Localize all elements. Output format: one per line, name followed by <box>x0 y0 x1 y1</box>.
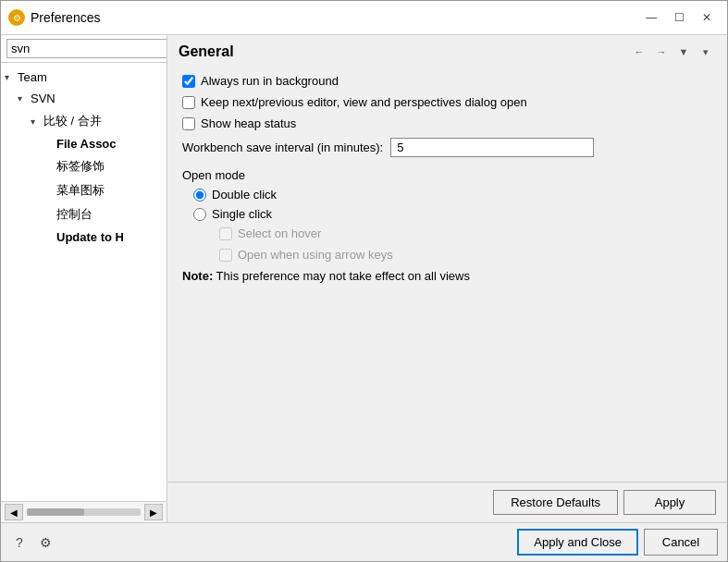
sidebar-item-update[interactable]: Update to H <box>40 226 167 248</box>
sidebar-item-label: 控制台 <box>56 206 93 223</box>
search-input[interactable] <box>6 39 167 58</box>
sidebar-item-team[interactable]: ▾ Team <box>1 67 167 88</box>
sidebar-item-label: SVN <box>31 92 56 105</box>
title-bar: ⚙ Preferences — ☐ ✕ <box>1 1 727 35</box>
sidebar-scroll: ◀ ▶ <box>1 501 167 522</box>
nav-controls: ← → ▼ ▾ <box>629 43 716 61</box>
cancel-button[interactable]: Cancel <box>644 529 718 556</box>
sidebar-item-label: 标签修饰 <box>56 158 105 175</box>
settings-icon[interactable]: ⚙ <box>36 533 55 552</box>
title-bar-left: ⚙ Preferences <box>8 9 100 26</box>
window-title: Preferences <box>31 10 100 25</box>
workbench-save-label: Workbench save interval (in minutes): <box>182 140 383 154</box>
expand-icon: ▾ <box>31 116 43 127</box>
preferences-window: ⚙ Preferences — ☐ ✕ ✕ ▾ Team <box>0 0 728 562</box>
checkbox-row-run-bg: Always run in background <box>182 74 712 88</box>
section-title: General <box>179 43 234 60</box>
expand-icon: ▾ <box>5 72 18 82</box>
main-header: General ← → ▼ ▾ <box>167 35 727 67</box>
app-icon: ⚙ <box>8 9 25 26</box>
radio-double-click[interactable] <box>193 189 206 202</box>
checkbox-select-hover[interactable] <box>219 227 232 240</box>
minimize-button[interactable]: — <box>638 6 664 29</box>
checkbox-arrow-keys[interactable] <box>219 249 232 262</box>
footer: ? ⚙ Apply and Close Cancel <box>1 522 727 561</box>
label-keep-editor: Keep next/previous editor, view and pers… <box>201 95 527 109</box>
footer-icons: ? ⚙ <box>10 533 55 552</box>
note-body: This preference may not take effect on a… <box>213 269 470 283</box>
sub-options: Select on hover Open when using arrow ke… <box>219 226 712 262</box>
scroll-left-button[interactable]: ◀ <box>5 504 23 520</box>
label-heap-status: Show heap status <box>201 116 296 130</box>
nav-forward-button[interactable]: → <box>651 43 672 61</box>
open-mode-label: Open mode <box>182 168 712 182</box>
settings-body: Always run in background Keep next/previ… <box>167 67 727 482</box>
sidebar-item-label: 菜单图标 <box>56 182 105 199</box>
maximize-button[interactable]: ☐ <box>666 6 692 29</box>
help-icon[interactable]: ? <box>10 533 29 552</box>
expand-icon <box>43 139 56 149</box>
apply-and-close-button[interactable]: Apply and Close <box>517 529 638 556</box>
main-panel: General ← → ▼ ▾ Always run in background <box>167 35 727 522</box>
search-bar: ✕ <box>1 35 167 63</box>
radio-row-single-click: Single click <box>193 207 712 221</box>
note-prefix: Note: <box>182 269 213 283</box>
sidebar-item-compare[interactable]: ▾ 比较 / 合并 <box>27 109 167 133</box>
tree-area: ▾ Team ▾ SVN ▾ 比较 / 合并 <box>1 63 167 501</box>
sidebar: ✕ ▾ Team ▾ SVN ▾ <box>1 35 167 522</box>
checkbox-row-arrow-keys: Open when using arrow keys <box>219 248 712 262</box>
sidebar-item-svn[interactable]: ▾ SVN <box>14 88 167 109</box>
expand-icon: ▾ <box>18 93 31 104</box>
label-select-hover: Select on hover <box>238 226 321 240</box>
sidebar-item-tagdecor[interactable]: 标签修饰 <box>40 154 167 178</box>
sidebar-item-label: Update to H <box>56 230 124 244</box>
checkbox-heap-status[interactable] <box>182 117 195 130</box>
checkbox-row-heap-status: Show heap status <box>182 116 712 130</box>
workbench-save-row: Workbench save interval (in minutes): <box>182 138 712 157</box>
scroll-track <box>27 508 141 516</box>
scroll-right-button[interactable]: ▶ <box>144 504 163 520</box>
checkbox-keep-editor[interactable] <box>182 96 195 109</box>
label-arrow-keys: Open when using arrow keys <box>238 248 393 262</box>
expand-icon <box>43 232 56 242</box>
note-text: Note: This preference may not take effec… <box>182 269 712 283</box>
expand-icon <box>43 210 56 220</box>
expand-icon <box>43 162 56 172</box>
workbench-save-input[interactable] <box>390 138 594 157</box>
radio-single-click[interactable] <box>193 208 206 221</box>
sidebar-item-label: 比较 / 合并 <box>43 113 102 129</box>
footer-right: Apply and Close Cancel <box>517 529 718 556</box>
radio-row-double-click: Double click <box>193 188 712 202</box>
checkbox-row-keep-editor: Keep next/previous editor, view and pers… <box>182 95 712 109</box>
restore-defaults-button[interactable]: Restore Defaults <box>493 490 618 515</box>
close-button[interactable]: ✕ <box>694 6 720 29</box>
sidebar-item-fileassoc[interactable]: File Assoc <box>40 133 167 154</box>
label-run-bg: Always run in background <box>201 74 339 88</box>
title-controls: — ☐ ✕ <box>638 6 720 29</box>
checkbox-row-select-hover: Select on hover <box>219 226 712 240</box>
apply-button[interactable]: Apply <box>623 490 716 515</box>
sidebar-item-label: Team <box>18 70 47 84</box>
content-area: ✕ ▾ Team ▾ SVN ▾ <box>1 35 727 522</box>
nav-down-button[interactable]: ▼ <box>673 43 694 61</box>
scroll-thumb <box>27 508 84 516</box>
label-single-click: Single click <box>212 207 272 221</box>
bottom-buttons: Restore Defaults Apply <box>167 482 727 522</box>
radio-group-open-mode: Double click Single click Select on hove… <box>193 188 712 262</box>
nav-back-button[interactable]: ← <box>629 43 649 61</box>
nav-menu-button[interactable]: ▾ <box>696 43 716 61</box>
checkbox-run-bg[interactable] <box>182 75 195 88</box>
sidebar-item-console[interactable]: 控制台 <box>40 202 167 226</box>
label-double-click: Double click <box>212 188 277 202</box>
sidebar-item-label: File Assoc <box>56 137 117 151</box>
sidebar-item-menuicon[interactable]: 菜单图标 <box>40 178 167 202</box>
expand-icon <box>43 186 56 196</box>
